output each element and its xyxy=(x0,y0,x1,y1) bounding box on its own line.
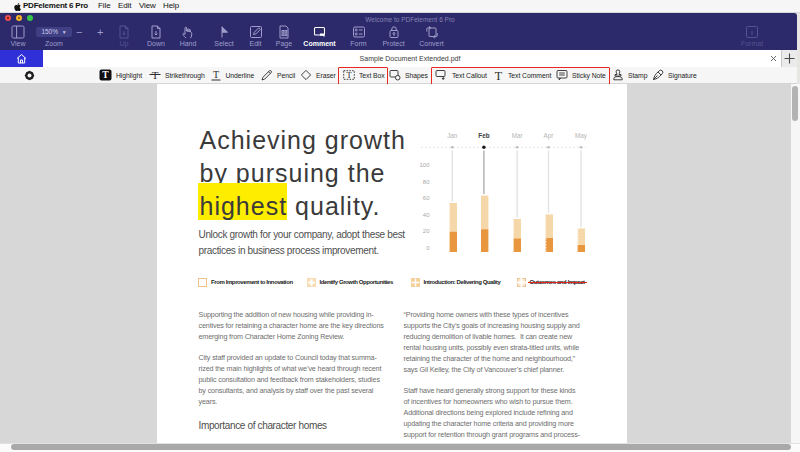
svg-text:Apr: Apr xyxy=(544,132,554,140)
svg-text:Mar: Mar xyxy=(512,132,523,139)
svg-text:May: May xyxy=(575,132,588,140)
svg-text:0: 0 xyxy=(426,245,430,251)
svg-text:100: 100 xyxy=(419,162,430,168)
svg-text:40: 40 xyxy=(423,212,430,218)
svg-text:60: 60 xyxy=(423,195,430,201)
svg-text:20: 20 xyxy=(423,228,430,234)
svg-text:T: T xyxy=(212,69,218,80)
svg-text:80: 80 xyxy=(423,179,430,185)
svg-text:T: T xyxy=(102,70,109,80)
svg-text:Feb: Feb xyxy=(478,132,489,139)
svg-text:Jan: Jan xyxy=(447,132,458,139)
